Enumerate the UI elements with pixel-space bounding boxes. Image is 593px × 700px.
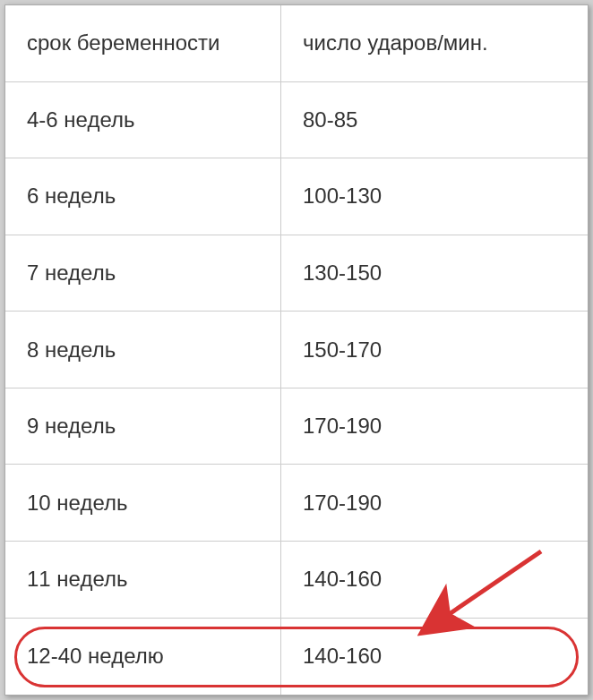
cell-age: 10 недель [5,465,281,541]
cell-bpm: 140-160 [281,619,588,696]
data-table: срок беременности число ударов/мин. 4-6 … [5,5,588,695]
cell-bpm: 100-130 [281,158,588,235]
cell-bpm: 130-150 [281,235,588,312]
cell-age: 4-6 недель [5,82,281,158]
cell-age: 11 недель [5,542,281,618]
cell-bpm: 80-85 [281,82,588,158]
cell-age: 12-40 неделю [5,619,281,696]
cell-bpm: 150-170 [281,312,588,388]
header-gestational-age: срок беременности [5,5,281,81]
cell-bpm: 140-160 [281,542,588,618]
table-row: 10 недель 170-190 [5,465,588,542]
table-frame: срок беременности число ударов/мин. 4-6 … [4,4,589,696]
cell-age: 8 недель [5,312,281,388]
cell-age: 7 недель [5,235,281,312]
table-row: 4-6 недель 80-85 [5,82,588,159]
table-row: 7 недель 130-150 [5,235,588,312]
table-row: 12-40 неделю 140-160 [5,619,588,696]
table-row: 8 недель 150-170 [5,312,588,388]
table-row: 9 недель 170-190 [5,388,588,465]
cell-age: 9 недель [5,388,281,465]
header-beats-per-min: число ударов/мин. [281,5,588,81]
header-row: срок беременности число ударов/мин. [5,5,588,82]
table-row: 6 недель 100-130 [5,158,588,235]
table-row: 11 недель 140-160 [5,542,588,619]
cell-age: 6 недель [5,158,281,235]
cell-bpm: 170-190 [281,388,588,465]
cell-bpm: 170-190 [281,465,588,541]
